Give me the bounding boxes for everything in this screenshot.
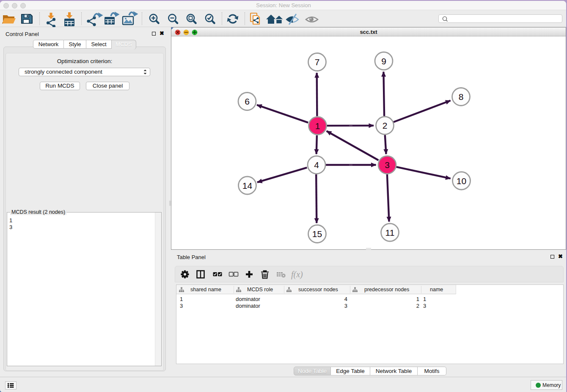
svg-text:11: 11 — [385, 228, 395, 237]
svg-text:2: 2 — [383, 121, 388, 130]
svg-text:6: 6 — [245, 97, 250, 106]
svg-text:14: 14 — [242, 181, 253, 190]
svg-text:15: 15 — [312, 229, 322, 239]
svg-text:8: 8 — [459, 92, 464, 102]
svg-text:3: 3 — [385, 160, 390, 170]
svg-text:f(x): f(x) — [291, 270, 303, 279]
svg-text:1: 1 — [315, 121, 320, 131]
svg-text:4: 4 — [314, 160, 319, 170]
svg-text:10: 10 — [457, 176, 466, 186]
svg-text:9: 9 — [381, 56, 386, 66]
svg-text:7: 7 — [315, 57, 320, 67]
